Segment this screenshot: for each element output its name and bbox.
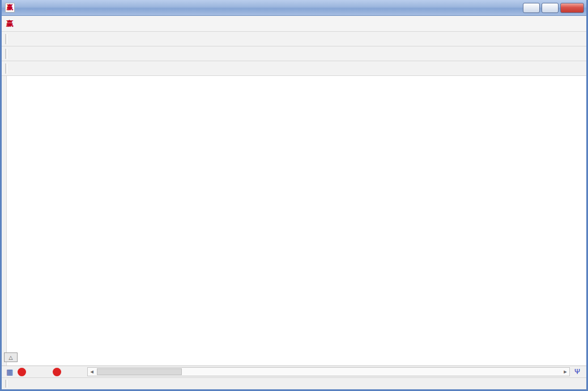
quotes-grid-icon: ▦: [6, 368, 13, 376]
shenzhen-exchange-icon: [53, 368, 61, 376]
chart-area: △: [2, 76, 588, 366]
data-feed-status: Ψ: [574, 368, 582, 376]
toolbar-view-row: [2, 46, 586, 61]
menubar: 赢: [2, 16, 586, 32]
scrollbar-thumb[interactable]: [97, 368, 182, 375]
titlebar: 赢: [2, 0, 586, 16]
bar-info-bar: [2, 377, 586, 389]
toolbar-draw-row: [2, 61, 586, 76]
menu-logo-icon: 赢: [6, 19, 14, 29]
toolbar-grip: [5, 49, 7, 59]
toolbar-main-row: [2, 32, 586, 46]
toolbar-grip: [5, 63, 7, 74]
market-status-bar: ▦ ◄ ► Ψ: [2, 366, 586, 377]
horizontal-scrollbar[interactable]: ◄ ►: [87, 367, 570, 376]
shanghai-exchange-icon: [18, 368, 26, 376]
shenzhen-index-quote[interactable]: [50, 368, 75, 376]
shanghai-index-quote[interactable]: [15, 368, 42, 376]
statusbar-grip: [5, 380, 7, 388]
restore-button[interactable]: [542, 3, 559, 13]
app-logo-icon: 赢: [5, 3, 15, 12]
scroll-left-arrow[interactable]: ◄: [88, 368, 96, 376]
toolbar-grip: [5, 34, 7, 44]
minimize-button[interactable]: [523, 3, 540, 13]
chart-left-strip: [2, 76, 7, 366]
antenna-icon: Ψ: [574, 368, 580, 376]
scroll-right-arrow[interactable]: ►: [561, 368, 569, 376]
panel-toggle-button[interactable]: △: [4, 352, 18, 362]
close-button[interactable]: [560, 3, 584, 13]
app-window: 赢 赢 △ ▦: [0, 0, 588, 391]
chart-svg: [2, 76, 588, 366]
